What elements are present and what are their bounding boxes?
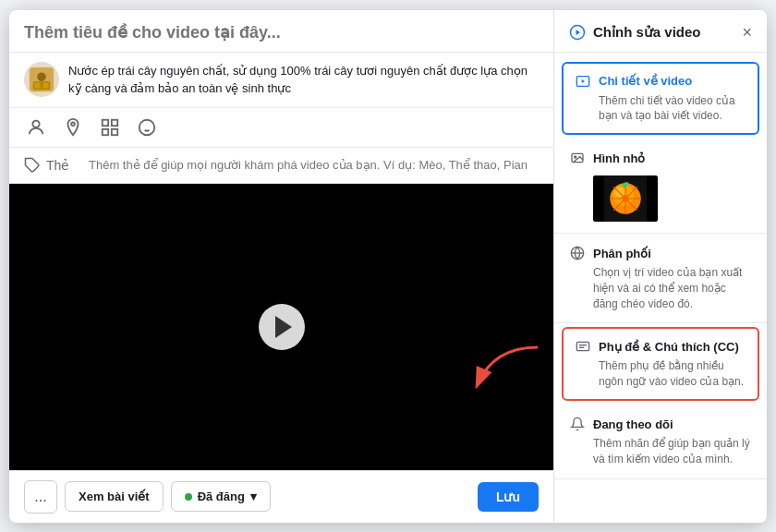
grid-icon[interactable] [98, 115, 122, 139]
status-label: Đã đăng [198, 490, 245, 503]
tag-row: Thẻ [9, 148, 553, 184]
right-panel-title-row: Chỉnh sửa video [569, 24, 701, 41]
bell-icon [569, 416, 586, 432]
section-dang-theo-doi-desc: Thêm nhãn để giúp bạn quản lý và tìm kiế… [569, 436, 752, 467]
section-chi-tiet[interactable]: Chi tiết về video Thêm chi tiết vào vide… [562, 62, 759, 136]
svg-point-42 [622, 195, 629, 202]
section-hinh-nho-title: Hình nhỏ [593, 151, 645, 165]
section-dang-theo-doi[interactable]: Đang theo dõi Thêm nhãn để giúp bạn quản… [554, 405, 767, 479]
svg-rect-8 [112, 119, 117, 125]
avatar [24, 62, 59, 97]
svg-rect-10 [112, 128, 117, 134]
svg-rect-9 [103, 128, 108, 134]
more-button[interactable]: ... [24, 480, 57, 514]
svg-rect-7 [103, 119, 108, 125]
svg-point-34 [575, 156, 576, 158]
section-hinh-nho[interactable]: Hình nhỏ [554, 139, 767, 234]
caption-icon [575, 338, 591, 355]
main-dialog: Nước ép trái cây nguyên chất, sử dụng 10… [9, 10, 767, 523]
video-preview [9, 184, 553, 470]
thumb-left-bar [593, 175, 604, 222]
post-text-area: Nước ép trái cây nguyên chất, sử dụng 10… [9, 53, 553, 108]
video-edit-icon [569, 24, 586, 41]
status-button[interactable]: Đã đăng ▾ [171, 481, 271, 512]
sections-list: Chi tiết về video Thêm chi tiết vào vide… [554, 53, 767, 523]
svg-rect-3 [35, 82, 41, 88]
section-phu-de-desc: Thêm phụ đề bằng nhiều ngôn ngữ vào vide… [575, 358, 746, 390]
emoji-icon[interactable] [135, 115, 159, 139]
section-chi-tiet-desc: Thêm chi tiết vào video của bạn và tạo b… [575, 93, 746, 125]
right-panel-title: Chỉnh sửa video [593, 24, 701, 41]
section-dang-theo-doi-title: Đang theo dõi [593, 417, 673, 431]
thumbnail-orange-svg [608, 181, 643, 216]
section-phan-phoi-title: Phân phối [593, 247, 651, 260]
section-phu-de[interactable]: Phụ đề & Chú thích (CC) Thêm phụ đề bằng… [562, 327, 759, 401]
svg-marker-31 [576, 30, 581, 35]
thumbnail-icon [569, 150, 586, 166]
section-phu-de-title: Phụ đề & Chú thích (CC) [599, 340, 739, 354]
left-panel: Nước ép trái cây nguyên chất, sử dụng 10… [9, 10, 554, 523]
location-icon[interactable] [61, 115, 85, 139]
section-phan-phoi-desc: Chọn vị trí video của bạn xuất hiện và a… [569, 265, 752, 311]
right-panel: Chỉnh sửa video × Chi tiết về video [554, 10, 767, 523]
toolbar [9, 108, 553, 148]
close-button[interactable]: × [742, 23, 752, 42]
svg-point-2 [37, 72, 45, 80]
right-panel-header: Chỉnh sửa video × [554, 10, 767, 53]
video-title-input[interactable] [24, 23, 539, 42]
section-chi-tiet-title: Chi tiết về video [599, 74, 692, 88]
svg-point-6 [71, 122, 75, 126]
bottom-bar: ... Xem bài viết Đã đăng ▾ Lưu [9, 470, 553, 523]
person-icon[interactable] [24, 115, 48, 139]
tag-input[interactable] [89, 158, 539, 172]
svg-point-5 [32, 120, 39, 127]
thumb-right-bar [647, 175, 658, 222]
play-triangle-icon [275, 316, 292, 338]
play-button[interactable] [259, 304, 305, 350]
status-dot-icon [185, 493, 192, 501]
preview-button[interactable]: Xem bài viết [65, 481, 164, 512]
section-phan-phoi[interactable]: Phân phối Chọn vị trí video của bạn xuất… [554, 234, 767, 323]
tag-label-box: Thẻ [24, 157, 79, 174]
save-button[interactable]: Lưu [478, 482, 539, 512]
status-caret-icon: ▾ [250, 490, 257, 503]
svg-rect-4 [43, 82, 49, 88]
post-text-content: Nước ép trái cây nguyên chất, sử dụng 10… [68, 62, 539, 98]
tag-label: Thẻ [46, 158, 69, 173]
distribute-icon [569, 245, 586, 261]
video-detail-icon [575, 73, 591, 90]
title-area [9, 10, 553, 53]
svg-rect-46 [576, 343, 588, 351]
tag-icon [24, 157, 41, 174]
